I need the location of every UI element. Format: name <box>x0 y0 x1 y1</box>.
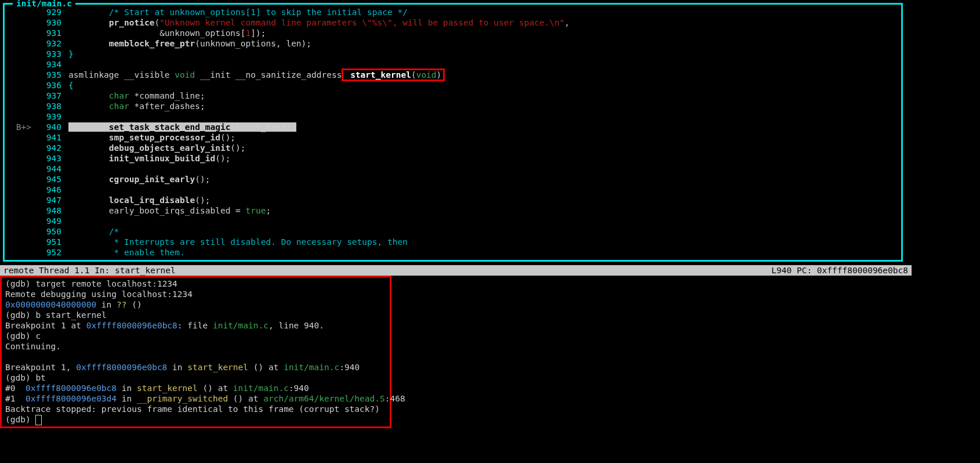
token: ( <box>411 70 416 79</box>
console-token: target remote localhost:1234 <box>35 279 177 288</box>
source-row: 933} <box>10 49 895 59</box>
token: /* <box>109 227 119 236</box>
status-right: L940 PC: 0xffff8000096e0bc8 <box>771 265 908 276</box>
console-token: #0 <box>5 384 26 393</box>
token: [ <box>241 28 246 38</box>
line-number: 943 <box>31 153 61 164</box>
line-number: 938 <box>31 101 61 111</box>
token <box>68 133 109 142</box>
token: /* Start at unknown_options[1] to skip t… <box>109 8 408 17</box>
source-row: 939 <box>10 111 895 122</box>
source-row: 932 memblock_free_ptr(unknown_options, l… <box>10 38 895 49</box>
token: void <box>175 70 195 79</box>
token: * enable them. <box>109 248 185 257</box>
token: ); <box>286 122 296 132</box>
console-token: 0xffff8000096e03d4 <box>26 394 117 403</box>
console-token: () at <box>228 394 263 403</box>
source-row: 952 * enable them. <box>10 247 895 258</box>
source-row: 938 char *after_dashes; <box>10 101 895 111</box>
token: asmlinkage __visible <box>68 70 175 79</box>
source-row: B+>940 set_task_stack_end_magic(&init_ta… <box>10 122 895 132</box>
token: 1 <box>246 28 251 38</box>
console-token: :468 <box>385 394 405 403</box>
source-row: 944 <box>10 164 895 174</box>
token <box>68 91 109 100</box>
token <box>68 28 159 38</box>
console-line: Breakpoint 1 at 0xffff8000096e0bc8: file… <box>5 320 386 331</box>
source-pane[interactable]: init/main.c 929 /* Start at unknown_opti… <box>3 3 903 262</box>
console-token: Continuing. <box>5 342 61 351</box>
console-token: : file <box>177 321 213 330</box>
console-token: ?? <box>117 300 126 309</box>
token <box>68 18 109 27</box>
token: ; <box>266 206 271 215</box>
token <box>68 143 109 153</box>
token: local_irq_disable <box>109 196 195 205</box>
token <box>68 237 109 247</box>
gutter-marker: B+> <box>10 122 31 132</box>
source-file-title: init/main.c <box>13 0 75 9</box>
source-row: 945 cgroup_init_early(); <box>10 174 895 185</box>
line-number: 951 <box>31 237 61 247</box>
source-lines: 929 /* Start at unknown_options[1] to sk… <box>5 7 901 258</box>
console-line: Remote debugging using localhost:1234 <box>5 289 386 299</box>
console-token: Breakpoint 1, <box>5 363 76 372</box>
source-row: 941 smp_setup_processor_id(); <box>10 132 895 143</box>
token: init_task <box>241 122 286 132</box>
line-number: 942 <box>31 143 61 153</box>
token: init_vmlinux_build_id <box>109 154 215 163</box>
token: (); <box>215 154 230 163</box>
token: , <box>565 18 570 27</box>
token: , <box>276 39 286 48</box>
line-number: 950 <box>31 226 61 237</box>
token: ( <box>195 39 200 48</box>
source-row: 946 <box>10 185 895 195</box>
token: (); <box>195 196 210 205</box>
token <box>68 39 109 48</box>
console-token: :940 <box>289 384 309 393</box>
line-number: 931 <box>31 28 61 38</box>
console-token: (gdb) <box>5 279 35 288</box>
line-number: 936 <box>31 80 61 91</box>
token <box>68 154 109 163</box>
current-line-highlight: set_task_stack_end_magic(&init_task); <box>68 122 296 132</box>
line-number: 934 <box>31 59 61 70</box>
console-token: (gdb) <box>5 415 35 424</box>
token: ); <box>302 39 311 48</box>
line-number: 944 <box>31 164 61 174</box>
source-row: 947 local_irq_disable(); <box>10 195 895 205</box>
console-token: b start_kernel <box>35 310 106 320</box>
console-line: #1 0xffff8000096e03d4 in __primary_switc… <box>5 393 386 404</box>
token: "Unknown kernel command line parameters … <box>159 18 564 27</box>
line-number: 933 <box>31 49 61 59</box>
token: (& <box>230 122 240 132</box>
token: cgroup_init_early <box>109 175 195 184</box>
console-token: Remote debugging using localhost:1234 <box>5 290 193 299</box>
console-line: (gdb) b start_kernel <box>5 310 386 320</box>
console-token: Breakpoint 1 at <box>5 321 86 330</box>
source-row: 949 <box>10 216 895 226</box>
token: (); <box>220 133 235 142</box>
line-number: 945 <box>31 174 61 185</box>
line-number: 932 <box>31 38 61 49</box>
token: smp_setup_processor_id <box>109 133 220 142</box>
status-left: remote Thread 1.1 In: start_kernel <box>3 265 176 276</box>
console-line: (gdb) target remote localhost:1234 <box>5 278 386 289</box>
highlight-box: start_kernel(void) <box>342 68 445 81</box>
console-token: in <box>96 300 117 309</box>
console-token: __primary_switched <box>137 394 228 403</box>
token <box>68 102 109 111</box>
token: void <box>416 70 437 79</box>
token: set_task_stack_end_magic <box>109 122 231 132</box>
source-row: 931 &unknown_options[1]); <box>10 28 895 38</box>
source-row: 951 * Interrupts are still disabled. Do … <box>10 237 895 247</box>
console-token: (gdb) <box>5 310 35 320</box>
gdb-console[interactable]: (gdb) target remote localhost:1234Remote… <box>0 276 391 428</box>
line-number: 940 <box>31 122 61 132</box>
console-token: 0x0000000040000000 <box>5 300 96 309</box>
console-token: 0xffff8000096e0bc8 <box>76 363 167 372</box>
console-token: start_kernel <box>187 363 248 372</box>
console-token: in <box>117 384 137 393</box>
line-number: 947 <box>31 195 61 205</box>
console-line: Backtrace stopped: previous frame identi… <box>5 404 386 414</box>
